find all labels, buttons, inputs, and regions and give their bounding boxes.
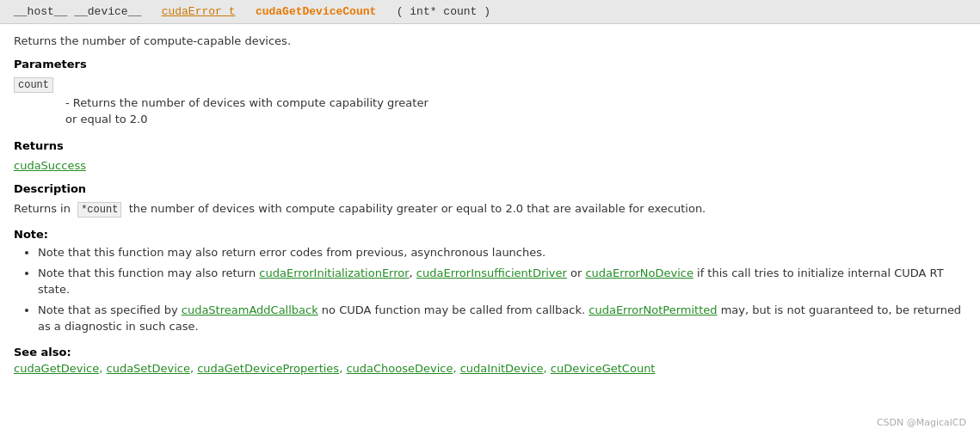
page-container: __host__ __device__ cudaError_t cudaGetD… — [0, 0, 980, 435]
param-name-count: count — [14, 77, 53, 93]
parameters-section: Parameters count - Returns the number of… — [14, 58, 966, 126]
link-cudaInitDevice[interactable]: cudaInitDevice — [460, 362, 544, 375]
returns-section: Returns cudaSuccess — [14, 139, 966, 172]
note-list: Note that this function may also return … — [14, 244, 966, 335]
note-title: Note: — [14, 228, 966, 241]
link-cudaStreamAddCallback[interactable]: cudaStreamAddCallback — [182, 303, 318, 316]
link-cudaErrorNoDevice[interactable]: cudaErrorNoDevice — [585, 267, 693, 279]
link-cudaGetDevice[interactable]: cudaGetDevice — [14, 362, 99, 375]
returns-value-link[interactable]: cudaSuccess — [14, 159, 86, 172]
see-also-links: cudaGetDevice, cudaSetDevice, cudaGetDev… — [14, 362, 966, 375]
note-item-3: Note that as specified by cudaStreamAddC… — [38, 302, 966, 335]
link-cudaSetDevice[interactable]: cudaSetDevice — [107, 362, 190, 375]
main-content: Returns the number of compute-capable de… — [0, 24, 980, 395]
host-device-keyword: __host__ __device__ — [14, 5, 141, 18]
link-cudaErrorInsufficientDriver[interactable]: cudaErrorInsufficientDriver — [416, 267, 567, 279]
param-desc-line2: or equal to 2.0 — [14, 113, 966, 126]
param-desc-line1: - Returns the number of devices with com… — [14, 96, 966, 109]
note-section: Note: Note that this function may also r… — [14, 228, 966, 335]
link-cuDeviceGetCount[interactable]: cuDeviceGetCount — [551, 362, 656, 375]
intro-text: Returns the number of compute-capable de… — [14, 34, 966, 47]
description-prefix: Returns in — [14, 202, 71, 215]
see-also-title: See also: — [14, 346, 966, 358]
see-also-section: See also: cudaGetDevice, cudaSetDevice, … — [14, 346, 966, 375]
link-cudaGetDeviceProperties[interactable]: cudaGetDeviceProperties — [197, 362, 339, 375]
return-type[interactable]: cudaError_t — [162, 5, 236, 18]
note-item-1: Note that this function may also return … — [38, 244, 966, 261]
description-code: *count — [77, 202, 121, 218]
param-entry: count - Returns the number of devices wi… — [14, 77, 966, 126]
description-section: Description Returns in *count the number… — [14, 182, 966, 218]
function-name: cudaGetDeviceCount — [256, 5, 376, 18]
function-header: __host__ __device__ cudaError_t cudaGetD… — [0, 0, 980, 24]
returns-title: Returns — [14, 139, 966, 152]
note-item-2: Note that this function may also return … — [38, 265, 966, 298]
description-suffix: the number of devices with compute capab… — [129, 202, 706, 215]
description-body: Returns in *count the number of devices … — [14, 202, 966, 218]
link-cudaErrorInitializationError[interactable]: cudaErrorInitializationError — [259, 267, 409, 279]
description-title: Description — [14, 182, 966, 195]
watermark: CSDN @MagicalCD — [877, 417, 966, 428]
link-cudaChooseDevice[interactable]: cudaChooseDevice — [346, 362, 453, 375]
link-cudaErrorNotPermitted[interactable]: cudaErrorNotPermitted — [589, 303, 717, 316]
parameters-title: Parameters — [14, 58, 966, 70]
function-params: ( int* count ) — [397, 5, 490, 18]
